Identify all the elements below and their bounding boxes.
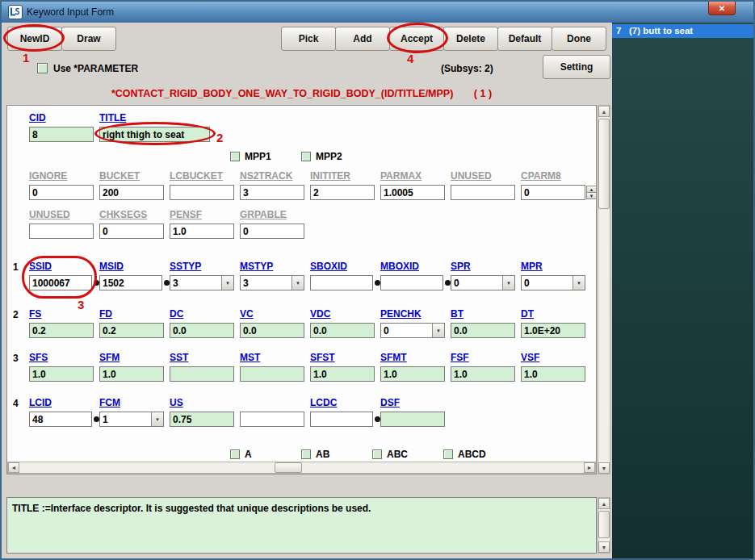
input-dsf[interactable] <box>380 412 445 427</box>
input-vsf[interactable]: 1.0 <box>521 366 585 382</box>
input-us[interactable]: 0.75 <box>170 412 234 427</box>
input-unused[interactable] <box>29 224 94 239</box>
input-vdc[interactable]: 0.0 <box>310 323 375 338</box>
input-cparm8[interactable]: 0 <box>521 185 585 200</box>
input-mst[interactable] <box>240 366 304 382</box>
field-link-fs[interactable]: FS <box>29 308 99 320</box>
input-grpable[interactable]: 0 <box>240 224 304 239</box>
field-link-mst[interactable]: MST <box>240 352 310 364</box>
input-fd[interactable]: 0.2 <box>99 323 164 338</box>
field-link-ns2track[interactable]: NS2TRACK <box>240 170 310 182</box>
input-fsf[interactable]: 1.0 <box>451 366 515 382</box>
newid-button[interactable]: NewID <box>7 27 62 51</box>
form-horizontal-scrollbar[interactable]: ◄ ► <box>7 462 596 474</box>
default-button[interactable]: Default <box>497 27 552 51</box>
scroll-down-icon[interactable]: ▼ <box>598 541 610 553</box>
input-parmax[interactable]: 1.0005 <box>380 185 445 200</box>
field-link-ssid[interactable]: SSID <box>29 261 99 273</box>
link-dot-button[interactable] <box>94 416 99 422</box>
input-pensf[interactable]: 1.0 <box>170 224 234 239</box>
checkbox-box[interactable] <box>372 449 382 459</box>
checkbox-box[interactable] <box>230 449 240 459</box>
field-link-bt[interactable]: BT <box>451 308 521 320</box>
field-link-mboxid[interactable]: MBOXID <box>380 261 451 273</box>
checkbox-mpp1[interactable]: MPP1 <box>230 150 301 162</box>
input-dt[interactable]: 1.0E+20 <box>521 323 585 338</box>
close-button[interactable]: ✕ <box>708 2 736 15</box>
input-inititer[interactable]: 2 <box>310 185 375 200</box>
combo-arrow-icon[interactable]: ▼ <box>432 324 444 337</box>
combo-arrow-icon[interactable]: ▼ <box>292 276 304 290</box>
scroll-down-icon[interactable]: ▼ <box>598 462 610 474</box>
input-bucket[interactable]: 200 <box>99 185 164 200</box>
field-link-inititer[interactable]: INITITER <box>310 170 380 182</box>
combo-sstyp[interactable]: 3▼ <box>170 275 234 290</box>
use-parameter-checkbox[interactable] <box>37 63 48 73</box>
field-link-grpable[interactable]: GRPABLE <box>240 209 310 221</box>
checkbox-box[interactable] <box>301 449 311 459</box>
field-link-sfs[interactable]: SFS <box>29 352 99 364</box>
field-link-sfm[interactable]: SFM <box>99 352 170 364</box>
help-vertical-scrollbar[interactable]: ▲ ▼ <box>598 497 610 554</box>
input-mboxid[interactable] <box>380 275 443 290</box>
input-ns2track[interactable]: 3 <box>240 185 304 200</box>
field-link-lcbucket[interactable]: LCBUCKET <box>170 170 240 182</box>
scroll-left-icon[interactable]: ◄ <box>8 462 19 473</box>
field-link-lcid[interactable]: LCID <box>29 397 99 409</box>
field-link-us[interactable]: US <box>170 397 240 409</box>
scroll-up-icon[interactable]: ▲ <box>598 106 610 117</box>
link-dot-button[interactable] <box>164 280 170 286</box>
field-link-vc[interactable]: VC <box>240 308 310 320</box>
field-link-dt[interactable]: DT <box>521 308 591 320</box>
add-button[interactable]: Add <box>335 27 390 51</box>
field-link-sst[interactable]: SST <box>170 352 240 364</box>
input-fs[interactable]: 0.2 <box>29 323 94 338</box>
scroll-up-icon[interactable]: ▲ <box>598 498 610 509</box>
input-dc[interactable]: 0.0 <box>170 323 234 338</box>
input-lcdc[interactable] <box>310 412 373 427</box>
combo-mpr[interactable]: 0▼ <box>521 275 585 290</box>
combo-arrow-icon[interactable]: ▼ <box>573 276 585 290</box>
field-link-chksegs[interactable]: CHKSEGS <box>99 209 170 221</box>
input-blank[interactable] <box>240 412 304 427</box>
spinner[interactable]: ▲▼ <box>586 186 597 199</box>
field-link-vdc[interactable]: VDC <box>310 308 380 320</box>
combo-penchk[interactable]: 0▼ <box>380 323 445 338</box>
spinner-down-icon[interactable]: ▼ <box>586 192 597 199</box>
field-link-dc[interactable]: DC <box>170 308 240 320</box>
field-link-cparm8[interactable]: CPARM8 <box>521 170 591 182</box>
setting-button[interactable]: Setting <box>543 55 610 79</box>
scroll-right-icon[interactable]: ► <box>584 462 595 473</box>
input-sboxid[interactable] <box>310 275 373 290</box>
field-link-spr[interactable]: SPR <box>451 261 521 273</box>
input-sfmt[interactable]: 1.0 <box>380 366 445 382</box>
field-link-parmax[interactable]: PARMAX <box>380 170 451 182</box>
field-link-ignore[interactable]: IGNORE <box>29 170 99 182</box>
input-unused[interactable] <box>451 185 515 200</box>
field-link-unused[interactable]: UNUSED <box>29 209 99 221</box>
combo-mstyp[interactable]: 3▼ <box>240 275 304 290</box>
field-link-fcm[interactable]: FCM <box>99 397 170 409</box>
checkbox-box[interactable] <box>230 152 240 161</box>
input-lcbucket[interactable] <box>170 185 234 200</box>
combo-arrow-icon[interactable]: ▼ <box>502 276 514 290</box>
field-link-mpr[interactable]: MPR <box>521 261 591 273</box>
link-dot-button[interactable] <box>375 416 380 422</box>
input-ignore[interactable]: 0 <box>29 185 94 200</box>
checkbox-mpp2[interactable]: MPP2 <box>301 150 372 162</box>
checkbox-box[interactable] <box>301 152 311 161</box>
checkbox-ab[interactable]: AB <box>301 448 372 460</box>
input-chksegs[interactable]: 0 <box>99 224 164 239</box>
combo-arrow-icon[interactable]: ▼ <box>151 412 163 426</box>
checkbox-abc[interactable]: ABC <box>372 448 443 460</box>
combo-spr[interactable]: 0▼ <box>451 275 515 290</box>
scrollbar-thumb[interactable] <box>275 462 302 473</box>
field-link-lcdc[interactable]: LCDC <box>310 397 380 409</box>
field-link-unused[interactable]: UNUSED <box>451 170 521 182</box>
link-dot-button[interactable] <box>445 280 451 286</box>
pick-button[interactable]: Pick <box>281 27 336 51</box>
field-link-vsf[interactable]: VSF <box>521 352 591 364</box>
field-link-penchk[interactable]: PENCHK <box>380 308 451 320</box>
input-lcid[interactable]: 48 <box>29 412 92 427</box>
input-msid[interactable]: 1502 <box>99 275 162 290</box>
